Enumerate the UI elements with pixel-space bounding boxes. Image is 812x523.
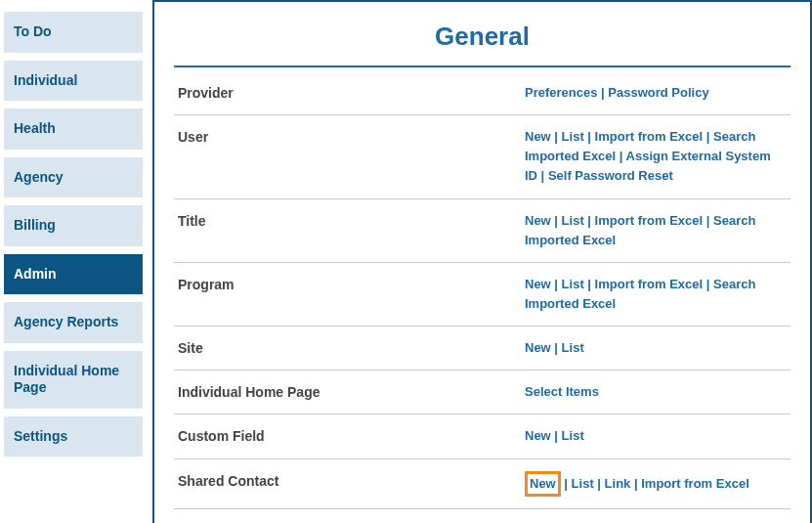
action-custom-field-new[interactable]: New bbox=[525, 428, 551, 443]
sidebar-item-agency[interactable]: Agency bbox=[4, 157, 143, 198]
sidebar-item-billing[interactable]: Billing bbox=[4, 205, 143, 246]
separator: | bbox=[703, 213, 713, 228]
action-provider-preferences[interactable]: Preferences bbox=[525, 85, 597, 100]
sidebar-item-label: To Do bbox=[14, 23, 52, 39]
row-shared-contact-type: Shared Contact TypeList bbox=[174, 509, 791, 523]
separator: | bbox=[703, 129, 713, 144]
row-label-provider: Provider bbox=[178, 83, 525, 101]
sidebar-item-agency-reports[interactable]: Agency Reports bbox=[4, 302, 143, 343]
sidebar-item-label: Individual bbox=[14, 72, 77, 88]
row-actions-site: New | List bbox=[525, 338, 787, 358]
action-individual-home-page-select-items[interactable]: Select Items bbox=[525, 384, 599, 399]
action-title-import-excel[interactable]: Import from Excel bbox=[595, 213, 704, 228]
row-program: ProgramNew | List | Import from Excel | … bbox=[174, 263, 791, 327]
sidebar-item-admin[interactable]: Admin bbox=[4, 254, 143, 295]
row-label-program: Program bbox=[178, 275, 525, 292]
sidebar-item-label: Individual Home Page bbox=[14, 363, 119, 396]
sidebar-item-settings[interactable]: Settings bbox=[4, 416, 143, 458]
separator: | bbox=[551, 340, 562, 355]
row-custom-field: Custom FieldNew | List bbox=[174, 414, 791, 458]
separator: | bbox=[584, 213, 595, 228]
separator: | bbox=[597, 85, 608, 100]
separator: | bbox=[551, 213, 562, 228]
action-program-import-excel[interactable]: Import from Excel bbox=[595, 277, 704, 291]
separator: | bbox=[551, 428, 562, 443]
main-panel: General ProviderPreferences | Password P… bbox=[152, 0, 812, 523]
action-title-new[interactable]: New bbox=[525, 213, 551, 228]
page-title: General bbox=[174, 12, 791, 67]
row-actions-shared-contact: New | List | Link | Import from Excel bbox=[525, 471, 787, 497]
row-label-title: Title bbox=[178, 211, 525, 229]
separator: | bbox=[551, 277, 562, 291]
sidebar-item-label: Agency Reports bbox=[14, 314, 118, 329]
action-provider-password-policy[interactable]: Password Policy bbox=[608, 85, 708, 100]
row-site: SiteNew | List bbox=[174, 327, 791, 370]
sidebar-item-label: Billing bbox=[14, 217, 56, 233]
row-actions-custom-field: New | List bbox=[525, 426, 787, 446]
action-user-new[interactable]: New bbox=[525, 129, 551, 144]
row-actions-user: New | List | Import from Excel | Search … bbox=[525, 127, 787, 186]
sidebar-item-label: Admin bbox=[14, 266, 57, 282]
sidebar-item-individual-home-page[interactable]: Individual Home Page bbox=[4, 351, 143, 409]
row-actions-individual-home-page: Select Items bbox=[525, 382, 787, 402]
separator: | bbox=[584, 129, 595, 144]
separator: | bbox=[703, 277, 713, 291]
action-shared-contact-list[interactable]: List bbox=[572, 476, 594, 491]
action-title-list[interactable]: List bbox=[562, 213, 584, 228]
action-user-self-password-reset[interactable]: Self Password Reset bbox=[548, 168, 673, 183]
action-program-new[interactable]: New bbox=[525, 277, 551, 291]
sidebar-item-label: Health bbox=[14, 120, 56, 136]
action-shared-contact-import-excel[interactable]: Import from Excel bbox=[641, 476, 749, 491]
row-label-user: User bbox=[178, 127, 525, 145]
action-site-new[interactable]: New bbox=[525, 340, 551, 355]
row-label-custom-field: Custom Field bbox=[178, 426, 525, 444]
separator: | bbox=[551, 129, 562, 144]
separator: | bbox=[616, 149, 625, 163]
sidebar-item-health[interactable]: Health bbox=[4, 109, 143, 150]
separator: | bbox=[630, 476, 641, 491]
row-provider: ProviderPreferences | Password Policy bbox=[174, 71, 791, 115]
row-label-site: Site bbox=[178, 338, 525, 356]
row-actions-title: New | List | Import from Excel | Search … bbox=[525, 211, 787, 250]
row-title: TitleNew | List | Import from Excel | Se… bbox=[174, 199, 791, 263]
settings-table: ProviderPreferences | Password PolicyUse… bbox=[174, 71, 791, 523]
action-user-import-excel[interactable]: Import from Excel bbox=[595, 129, 704, 144]
sidebar-item-individual[interactable]: Individual bbox=[4, 61, 143, 102]
separator: | bbox=[594, 476, 605, 491]
row-label-individual-home-page: Individual Home Page bbox=[178, 382, 525, 400]
sidebar-item-label: Settings bbox=[14, 428, 67, 444]
separator: | bbox=[584, 277, 595, 291]
sidebar-item-label: Agency bbox=[14, 169, 64, 185]
action-user-list[interactable]: List bbox=[562, 129, 584, 144]
action-shared-contact-new[interactable]: New bbox=[530, 476, 556, 491]
action-program-list[interactable]: List bbox=[562, 277, 584, 291]
row-actions-provider: Preferences | Password Policy bbox=[525, 83, 787, 103]
action-shared-contact-link[interactable]: Link bbox=[605, 476, 631, 491]
row-user: UserNew | List | Import from Excel | Sea… bbox=[174, 115, 791, 198]
row-actions-program: New | List | Import from Excel | Search … bbox=[525, 275, 787, 314]
highlight-shared-contact-new: New bbox=[525, 471, 561, 497]
sidebar: To DoIndividualHealthAgencyBillingAdminA… bbox=[0, 0, 147, 523]
sidebar-item-todo[interactable]: To Do bbox=[4, 12, 143, 53]
row-individual-home-page: Individual Home PageSelect Items bbox=[174, 370, 791, 414]
action-site-list[interactable]: List bbox=[562, 340, 584, 355]
row-shared-contact: Shared ContactNew | List | Link | Import… bbox=[174, 459, 791, 509]
action-custom-field-list[interactable]: List bbox=[562, 428, 584, 443]
separator: | bbox=[561, 476, 572, 491]
separator: | bbox=[537, 168, 548, 183]
row-label-shared-contact: Shared Contact bbox=[178, 471, 525, 489]
